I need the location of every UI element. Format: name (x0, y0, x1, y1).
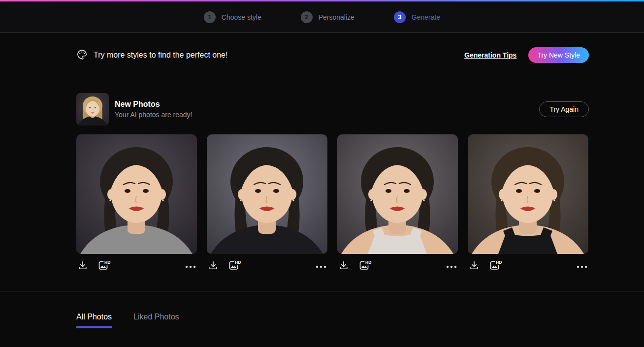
ai-portrait-1-image (76, 134, 197, 254)
download-button[interactable] (207, 259, 220, 273)
header-row: Try more styles to find the perfect one!… (76, 47, 589, 63)
divider-top (0, 32, 644, 33)
ai-portrait-2[interactable] (207, 134, 327, 254)
hd-photo-icon: HD (358, 259, 372, 273)
hd-photo-icon: HD (227, 259, 241, 273)
new-photos-row: New Photos Your AI photos are ready! Try… (76, 93, 589, 126)
hd-photo-icon: HD (97, 259, 111, 273)
new-photos-title: New Photos (115, 100, 192, 109)
step-label: Choose style (222, 13, 261, 21)
download-button[interactable] (76, 259, 89, 273)
photo-cell: HD (207, 134, 327, 273)
photo-grid: HD HD (76, 134, 589, 273)
download-button[interactable] (337, 259, 350, 273)
step-connector-line (362, 17, 386, 17)
hd-download-button[interactable]: HD (96, 258, 112, 274)
stepper-bar: 1Choose style2Personalize3Generate (0, 1, 644, 32)
step-number-badge: 2 (301, 11, 313, 23)
photo-cell: HD (468, 134, 588, 273)
step-connector-line (269, 17, 293, 17)
svg-text:HD: HD (496, 260, 502, 265)
ai-portrait-2-image (207, 134, 327, 254)
svg-text:HD: HD (365, 260, 371, 265)
download-icon (338, 260, 349, 272)
new-photos-text: New Photos Your AI photos are ready! (115, 100, 192, 119)
step-choose-style[interactable]: 1Choose style (204, 11, 261, 23)
step-label: Personalize (319, 13, 354, 21)
more-options-icon (577, 262, 587, 270)
photo-actions: HD (337, 258, 458, 273)
step-number-badge: 1 (204, 11, 216, 23)
generation-tips-link[interactable]: Generation Tips (464, 51, 516, 59)
hd-download-button[interactable]: HD (357, 258, 373, 274)
photo-actions: HD (207, 258, 327, 273)
more-options-button[interactable] (184, 261, 197, 271)
download-icon (208, 260, 219, 272)
ai-portrait-1[interactable] (76, 134, 197, 254)
more-options-icon (446, 262, 457, 270)
header-left: Try more styles to find the perfect one! (76, 49, 227, 62)
hd-download-button[interactable]: HD (226, 258, 242, 274)
ai-portrait-3[interactable] (337, 134, 458, 254)
step-personalize[interactable]: 2Personalize (301, 11, 354, 23)
header-message: Try more styles to find the perfect one! (94, 51, 227, 60)
photo-actions: HD (76, 258, 197, 273)
hd-download-button[interactable]: HD (487, 258, 503, 274)
try-new-style-button[interactable]: Try New Style (528, 47, 589, 63)
download-icon (77, 260, 88, 272)
more-options-button[interactable] (445, 261, 458, 271)
main-content: Try more styles to find the perfect one!… (76, 47, 589, 273)
more-options-icon (316, 262, 326, 270)
svg-text:HD: HD (104, 260, 110, 265)
divider-bottom (0, 291, 644, 291)
more-options-icon (185, 262, 196, 270)
tab-all-photos[interactable]: All Photos (76, 313, 112, 328)
ai-portrait-4-image (468, 134, 588, 254)
svg-text:HD: HD (235, 260, 241, 265)
photo-actions: HD (468, 258, 588, 273)
ai-portrait-4[interactable] (468, 134, 588, 254)
photo-cell: HD (337, 134, 458, 273)
download-button[interactable] (468, 259, 481, 273)
photos-tabs: All PhotosLiked Photos (76, 313, 644, 328)
step-number-badge: 3 (394, 11, 406, 23)
new-photos-info: New Photos Your AI photos are ready! (76, 93, 192, 126)
photo-cell: HD (76, 134, 197, 273)
download-icon (469, 260, 480, 272)
more-options-button[interactable] (315, 261, 327, 271)
stepper: 1Choose style2Personalize3Generate (204, 11, 440, 23)
avatar (76, 93, 109, 126)
hd-photo-icon: HD (488, 259, 502, 273)
ai-portrait-3-image (337, 134, 458, 254)
tab-liked-photos[interactable]: Liked Photos (133, 313, 179, 328)
try-again-button[interactable]: Try Again (539, 101, 589, 117)
more-options-button[interactable] (576, 261, 588, 271)
header-right: Generation Tips Try New Style (464, 47, 589, 63)
step-generate[interactable]: 3Generate (394, 11, 440, 23)
new-photos-subtitle: Your AI photos are ready! (115, 111, 192, 119)
palette-icon (76, 49, 88, 62)
step-label: Generate (412, 13, 440, 21)
